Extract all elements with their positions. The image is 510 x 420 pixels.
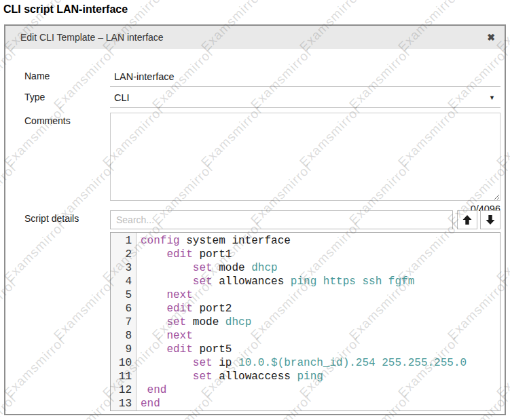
name-label: Name [24,71,50,81]
dialog-header: Edit CLI Template – LAN interface ✖ [5,26,505,49]
code-line: set mode dhcp [141,261,467,275]
arrow-up-icon [462,214,473,225]
search-next-button[interactable] [480,210,500,229]
code-line: set mode dhcp [141,316,467,329]
code-line: set allowaccess ping [141,370,467,383]
close-icon: ✖ [487,33,495,42]
page-title: CLI script LAN-interface [3,3,128,16]
comments-label: Comments [24,115,71,126]
line-number: 6 [111,302,136,316]
script-code-editor[interactable]: 12345678910111213 config system interfac… [110,232,500,411]
close-button[interactable]: ✖ [484,31,498,44]
chevron-down-icon: ▼ [489,94,495,101]
line-number: 4 [111,275,136,288]
code-line: next [141,288,467,302]
line-number: 13 [111,397,136,411]
line-number: 1 [111,234,136,248]
line-number: 3 [111,261,136,275]
line-number: 9 [111,343,136,356]
type-label: Type [24,92,45,102]
line-number: 5 [111,288,136,302]
code-line: set ip 10.0.$(branch_id).254 255.255.255… [141,356,467,370]
name-input[interactable] [110,66,500,87]
line-numbers: 12345678910111213 [111,233,136,411]
dialog-title: Edit CLI Template – LAN interface [20,32,164,43]
line-number: 2 [111,248,136,261]
comments-textarea[interactable] [110,113,500,201]
code-lines: config system interface edit port1 set m… [136,233,467,411]
search-prev-button[interactable] [457,210,477,229]
code-line: end [141,397,467,411]
arrow-down-icon [485,214,496,225]
line-number: 11 [111,370,136,383]
line-number: 7 [111,316,136,329]
search-input[interactable] [110,210,453,229]
code-line: edit port1 [141,248,467,261]
code-line: end [141,383,467,397]
script-details-label: Script details [24,213,79,224]
code-line: edit port2 [141,302,467,316]
line-number: 10 [111,356,136,370]
type-select[interactable]: CLI ▼ [110,88,500,108]
line-number: 12 [111,383,136,397]
code-line: next [141,329,467,343]
type-selected-value: CLI [114,92,130,103]
code-line: config system interface [141,234,467,248]
edit-cli-template-dialog: Edit CLI Template – LAN interface ✖ Name… [4,24,506,415]
code-line: set allowances ping https ssh fgfm [141,275,467,288]
line-number: 8 [111,329,136,343]
code-line: edit port5 [141,343,467,356]
